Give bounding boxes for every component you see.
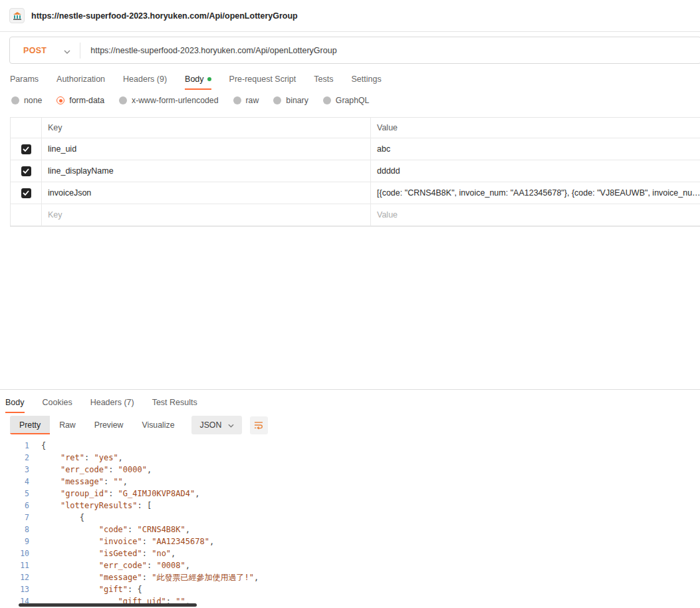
api-client-window: https://nestle-superfood-2023.horyuken.c… xyxy=(0,0,700,608)
view-visualize[interactable]: Visualize xyxy=(132,416,183,434)
code-line: 11 "err_code": "0008", xyxy=(0,559,700,571)
tab-tests[interactable]: Tests xyxy=(314,66,333,92)
code-text: "ret": "yes", xyxy=(41,452,123,464)
radio-icon xyxy=(273,96,281,104)
code-text: "invoice": "AA12345678", xyxy=(41,535,214,547)
view-preview[interactable]: Preview xyxy=(85,416,133,434)
line-number: 1 xyxy=(7,440,29,452)
line-number: 8 xyxy=(7,524,29,535)
tab-response-test-results[interactable]: Test Results xyxy=(152,390,197,414)
tab-params[interactable]: Params xyxy=(10,66,39,92)
chevron-down-icon xyxy=(64,45,70,57)
code-text: "isGeted": "no", xyxy=(41,547,175,559)
key-placeholder[interactable]: Key xyxy=(42,204,371,226)
code-line: 2 "ret": "yes", xyxy=(0,452,700,464)
col-header-value: Value xyxy=(371,118,700,138)
radio-icon xyxy=(323,96,331,104)
line-number: 10 xyxy=(7,547,29,559)
tab-settings[interactable]: Settings xyxy=(351,66,381,92)
response-section: Body Cookies Headers (7) Test Results Pr… xyxy=(0,389,700,608)
request-favicon-icon xyxy=(9,8,25,23)
key-cell[interactable]: invoiceJson xyxy=(42,182,371,204)
url-bar: POST xyxy=(9,37,700,64)
code-text: "lotteryResults": [ xyxy=(41,500,152,512)
code-text: "code": "CRNS4B8K", xyxy=(41,524,190,535)
bodytype-form-data[interactable]: form-data xyxy=(57,96,104,105)
code-text: { xyxy=(41,512,84,524)
bodytype-raw[interactable]: raw xyxy=(233,96,259,105)
value-cell[interactable]: [{code: "CRNS4B8K", invoice_num: "AA1234… xyxy=(371,182,700,204)
line-number: 7 xyxy=(7,512,29,524)
table-row: invoiceJson [{code: "CRNS4B8K", invoice_… xyxy=(11,182,700,204)
bodytype-binary[interactable]: binary xyxy=(273,96,308,105)
format-select[interactable]: JSON xyxy=(191,416,242,434)
line-number: 6 xyxy=(7,500,29,512)
request-tabs: Params Authorization Headers (9) Body Pr… xyxy=(0,64,700,93)
code-line: 12 "message": "此發票已經參加使用過了!", xyxy=(0,571,700,583)
tab-body[interactable]: Body xyxy=(185,66,211,92)
code-text: "group_id": "G_4IMJ0KVP8AD4", xyxy=(41,488,199,500)
header-checkbox-cell xyxy=(11,118,42,138)
horizontal-scrollbar[interactable] xyxy=(19,603,197,607)
code-text: "message": "此發票已經參加使用過了!", xyxy=(41,571,259,583)
line-number: 12 xyxy=(7,571,29,583)
url-input[interactable] xyxy=(80,46,700,55)
view-pretty[interactable]: Pretty xyxy=(10,416,50,434)
code-text: { xyxy=(41,440,46,452)
body-modified-dot xyxy=(207,77,211,81)
code-line: 9 "invoice": "AA12345678", xyxy=(0,535,700,547)
line-number: 11 xyxy=(7,559,29,571)
wrap-text-button[interactable] xyxy=(250,416,268,434)
code-line: 8 "code": "CRNS4B8K", xyxy=(0,524,700,535)
form-data-table: Key Value line_uid abc line_displayName … xyxy=(10,117,700,227)
tab-authorization[interactable]: Authorization xyxy=(57,66,105,92)
response-body-code[interactable]: 1{2 "ret": "yes",3 "err_code": "0000",4 … xyxy=(0,436,700,608)
tab-response-body[interactable]: Body xyxy=(5,390,25,414)
tab-pre-request-script[interactable]: Pre-request Script xyxy=(229,66,296,92)
key-cell[interactable]: line_uid xyxy=(42,138,371,160)
value-cell[interactable]: abc xyxy=(371,138,700,160)
row-checkbox[interactable] xyxy=(21,166,31,176)
value-cell[interactable]: ddddd xyxy=(371,160,700,182)
view-mode-switch: Pretty Raw Preview Visualize xyxy=(10,416,183,434)
bodytype-x-www-form-urlencoded[interactable]: x-www-form-urlencoded xyxy=(119,96,219,105)
body-type-selector: none form-data x-www-form-urlencoded raw… xyxy=(0,93,700,113)
code-line: 5 "group_id": "G_4IMJ0KVP8AD4", xyxy=(0,488,700,500)
code-line: 13 "gift": { xyxy=(0,583,700,595)
code-line: 1{ xyxy=(0,440,700,452)
line-number: 2 xyxy=(7,452,29,464)
code-text: "err_code": "0000", xyxy=(41,464,152,476)
table-row: line_uid abc xyxy=(11,138,700,160)
line-number: 4 xyxy=(7,476,29,488)
tab-response-headers[interactable]: Headers (7) xyxy=(90,390,134,414)
code-text: "message": "", xyxy=(41,476,128,488)
view-raw[interactable]: Raw xyxy=(50,416,85,434)
method-label: POST xyxy=(23,46,47,55)
col-header-key: Key xyxy=(42,118,371,138)
chevron-down-icon xyxy=(228,420,234,430)
radio-icon xyxy=(11,96,19,104)
tab-headers[interactable]: Headers (9) xyxy=(123,66,167,92)
radio-icon xyxy=(233,96,241,104)
row-checkbox[interactable] xyxy=(21,144,31,154)
code-line: 6 "lotteryResults": [ xyxy=(0,500,700,512)
code-line: 4 "message": "", xyxy=(0,476,700,488)
line-number: 13 xyxy=(7,583,29,595)
code-line: 7 { xyxy=(0,512,700,524)
code-lines: 1{2 "ret": "yes",3 "err_code": "0000",4 … xyxy=(0,440,700,607)
code-text: "err_code": "0008", xyxy=(41,559,190,571)
code-line: 3 "err_code": "0000", xyxy=(0,464,700,476)
line-number: 5 xyxy=(7,488,29,500)
empty-area xyxy=(0,227,700,389)
bodytype-graphql[interactable]: GraphQL xyxy=(323,96,370,105)
row-checkbox[interactable] xyxy=(21,188,31,198)
key-cell[interactable]: line_displayName xyxy=(42,160,371,182)
bodytype-none[interactable]: none xyxy=(11,96,42,105)
code-text: "gift": { xyxy=(41,583,142,595)
value-placeholder[interactable]: Value xyxy=(371,204,700,226)
method-select[interactable]: POST xyxy=(10,45,80,57)
response-tabs: Body Cookies Headers (7) Test Results xyxy=(0,390,700,414)
tab-response-cookies[interactable]: Cookies xyxy=(43,390,72,414)
line-number: 3 xyxy=(7,464,29,476)
table-row: line_displayName ddddd xyxy=(11,160,700,182)
